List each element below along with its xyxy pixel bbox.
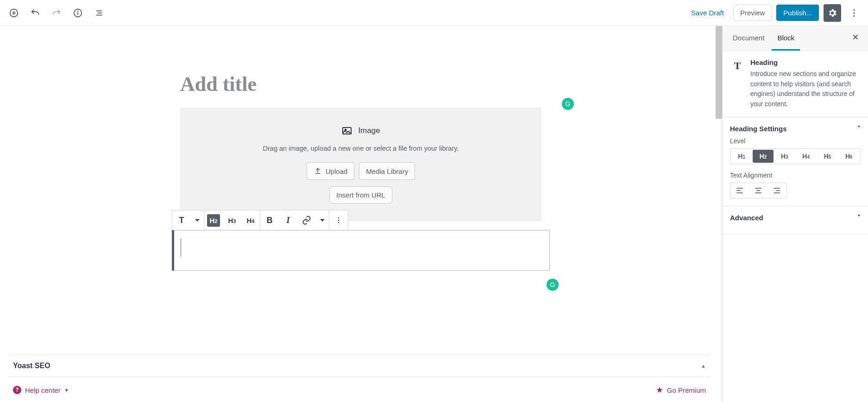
- top-toolbar: Save Draft Preview Publish...: [0, 0, 868, 26]
- text-alignment-label: Text Alignment: [730, 172, 861, 179]
- yoast-panel-footer: ? Help center ▼ ★ Go Premium: [8, 381, 711, 399]
- publish-button[interactable]: Publish...: [776, 5, 819, 21]
- save-draft-button[interactable]: Save Draft: [686, 6, 729, 19]
- level-h1[interactable]: H1: [731, 150, 752, 163]
- toolbar-h3[interactable]: H3: [223, 211, 241, 230]
- heading-block-icon: T: [730, 58, 745, 73]
- align-center[interactable]: [749, 183, 767, 198]
- settings-toggle[interactable]: [824, 4, 841, 22]
- chevron-down-icon: [193, 216, 202, 225]
- image-block-placeholder[interactable]: Image Drag an image, upload a new one or…: [180, 108, 541, 221]
- level-h5[interactable]: H5: [817, 150, 837, 163]
- text-caret: [181, 239, 181, 256]
- more-menu-button[interactable]: [846, 5, 862, 21]
- chevron-down-icon: [318, 216, 327, 225]
- gear-icon: [827, 8, 837, 18]
- close-icon: [851, 33, 860, 41]
- svg-point-9: [853, 9, 855, 10]
- block-toolbar: T H2 H3 H4 B I: [172, 210, 348, 230]
- sidebar-close-button[interactable]: [848, 30, 863, 46]
- heading-settings-toggle[interactable]: Heading Settings ˄: [730, 125, 861, 133]
- grammarly-icon[interactable]: G: [562, 98, 574, 110]
- block-type-dropdown-icon[interactable]: [191, 211, 204, 230]
- tab-document[interactable]: Document: [727, 26, 770, 51]
- level-h4[interactable]: H4: [796, 150, 816, 163]
- top-toolbar-left: [6, 5, 107, 21]
- svg-point-14: [338, 217, 340, 219]
- yoast-title: Yoast SEO: [13, 362, 50, 370]
- svg-point-15: [338, 220, 340, 221]
- align-right[interactable]: [767, 183, 786, 198]
- svg-point-16: [338, 222, 340, 223]
- question-icon: ?: [13, 386, 21, 394]
- sidebar-tabs: Document Block: [723, 26, 868, 51]
- collapse-icon[interactable]: ▲: [701, 363, 706, 369]
- top-toolbar-right: Save Draft Preview Publish...: [686, 4, 862, 22]
- link-icon: [302, 216, 311, 225]
- editor-canvas: Add title G Image Drag an image, upload …: [0, 26, 722, 402]
- level-h3[interactable]: H3: [774, 150, 795, 163]
- heading-settings-panel: Heading Settings ˄ Level H1 H2 H3 H4 H5 …: [723, 117, 868, 206]
- help-center-button[interactable]: ? Help center ▼: [13, 386, 69, 394]
- redo-icon: [51, 8, 62, 18]
- block-type-switcher[interactable]: T: [172, 211, 191, 230]
- text-alignment-selector: [730, 183, 786, 198]
- chevron-down-icon: ▼: [64, 388, 69, 393]
- toolbar-italic[interactable]: I: [279, 211, 297, 230]
- upload-icon: [314, 167, 322, 175]
- level-h6[interactable]: H6: [839, 150, 859, 163]
- advanced-panel: Advanced ˅: [723, 206, 868, 234]
- block-description-panel: T Heading Introduce new sections and org…: [723, 51, 868, 117]
- chevron-up-icon: ˄: [857, 125, 861, 132]
- image-icon: [341, 125, 352, 136]
- align-right-icon: [772, 186, 781, 195]
- svg-point-10: [853, 12, 855, 13]
- insert-from-url-button[interactable]: Insert from URL: [329, 186, 392, 204]
- block-name: Heading: [750, 58, 861, 66]
- align-left[interactable]: [730, 183, 749, 198]
- align-left-icon: [735, 186, 744, 195]
- yoast-panel-header[interactable]: Yoast SEO ▲: [8, 355, 711, 377]
- chevron-down-icon: ˅: [857, 214, 861, 221]
- content-info-button[interactable]: [69, 5, 86, 21]
- toolbar-block-more[interactable]: [329, 211, 348, 230]
- info-icon: [73, 8, 83, 18]
- svg-point-5: [78, 11, 78, 11]
- post-title-input[interactable]: Add title: [180, 68, 541, 108]
- toolbar-h4[interactable]: H4: [241, 211, 260, 230]
- block-navigation-button[interactable]: [91, 5, 107, 21]
- add-block-button[interactable]: [6, 5, 22, 21]
- undo-icon: [30, 8, 40, 18]
- heading-block-input[interactable]: [172, 230, 550, 271]
- tab-block[interactable]: Block: [772, 26, 800, 51]
- heading-level-selector: H1 H2 H3 H4 H5 H6: [730, 148, 861, 164]
- media-library-button[interactable]: Media Library: [359, 162, 415, 180]
- more-vertical-icon: [849, 8, 859, 18]
- image-block-description: Drag an image, upload a new one or selec…: [189, 145, 532, 152]
- more-vertical-icon: [334, 216, 343, 225]
- image-block-label: Image: [358, 126, 380, 135]
- preview-button[interactable]: Preview: [733, 5, 772, 21]
- settings-sidebar: Document Block T Heading Introduce new s…: [722, 26, 868, 402]
- scrollbar-thumb[interactable]: [716, 26, 722, 119]
- undo-button[interactable]: [27, 5, 44, 21]
- star-icon: ★: [656, 385, 663, 395]
- toolbar-more-formatting[interactable]: [316, 211, 329, 230]
- upload-button[interactable]: Upload: [307, 162, 355, 180]
- grammarly-icon[interactable]: G: [547, 279, 559, 291]
- plus-circle-icon: [9, 8, 19, 18]
- go-premium-link[interactable]: ★ Go Premium: [656, 385, 706, 395]
- level-label: Level: [730, 137, 861, 145]
- image-block-header: Image: [341, 125, 380, 136]
- align-center-icon: [754, 186, 763, 195]
- block-description: Introduce new sections and organize cont…: [750, 69, 861, 109]
- toolbar-h2[interactable]: H2: [204, 211, 223, 230]
- toolbar-bold[interactable]: B: [260, 211, 279, 230]
- svg-point-11: [853, 15, 855, 16]
- outline-icon: [94, 8, 104, 18]
- level-h2[interactable]: H2: [753, 150, 773, 163]
- redo-button[interactable]: [48, 5, 65, 21]
- advanced-toggle[interactable]: Advanced ˅: [730, 214, 861, 222]
- toolbar-link[interactable]: [297, 211, 316, 230]
